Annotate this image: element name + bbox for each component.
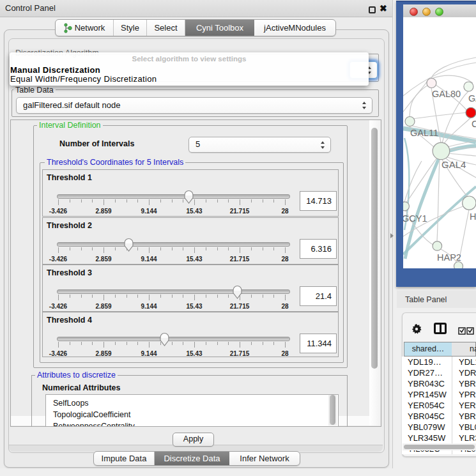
svg-text:GAL80: GAL80	[432, 89, 461, 99]
svg-text:GAL11: GAL11	[410, 128, 438, 138]
svg-text:HAP2: HAP2	[437, 252, 461, 263]
svg-text:H: H	[470, 211, 476, 222]
svg-text:GCY1: GCY1	[403, 213, 427, 224]
svg-text:GA: GA	[468, 93, 476, 104]
svg-text:C: C	[472, 119, 476, 129]
svg-text:GAL4: GAL4	[441, 159, 466, 170]
